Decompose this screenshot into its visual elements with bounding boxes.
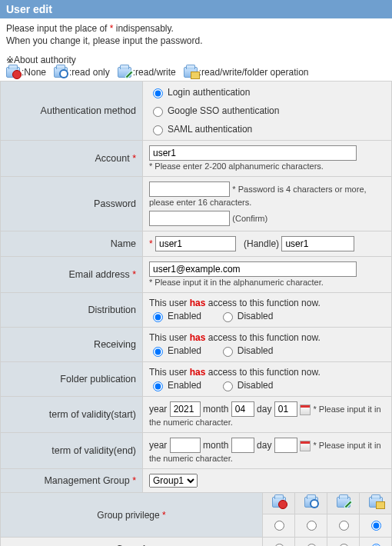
label-validity-start: term of validity(start) — [1, 397, 143, 433]
dist-disabled-label: Disabled — [238, 311, 274, 321]
year-label: year — [149, 404, 167, 414]
account-hint: * Please enter 2-200 alphanumeric charac… — [149, 161, 324, 171]
perm-rwf-label: :read/write/folder operation — [199, 67, 309, 78]
authority-legend: ※About authority :None :read only :read/… — [0, 52, 392, 81]
day-label: day — [257, 440, 271, 451]
label-password: Password — [1, 177, 143, 231]
auth-saml-label: SAML authentication — [168, 124, 252, 135]
day-label: day — [257, 404, 271, 414]
perm-rw-label: :read/write — [133, 67, 176, 78]
perm-readonly-icon — [54, 67, 68, 78]
priv-radio-rw[interactable] — [339, 521, 349, 531]
dist-enabled-label: Enabled — [168, 311, 201, 321]
mgmt-group-select[interactable]: Group1 — [149, 474, 198, 488]
recv-enabled-radio[interactable] — [153, 347, 163, 357]
password-input[interactable] — [149, 181, 230, 197]
title-bar: User edit — [0, 0, 392, 18]
authority-header: ※About authority — [6, 55, 386, 65]
start-day-input[interactable] — [274, 401, 297, 417]
group-name-cell: Group1 — [1, 538, 263, 546]
fpub-enabled-label: Enabled — [168, 380, 201, 391]
password-confirm-label: (Confirm) — [232, 214, 267, 223]
year-label: year — [149, 440, 167, 451]
calendar-icon[interactable] — [300, 405, 311, 415]
intro-text: Please input the place of * indispensabl… — [0, 18, 392, 52]
label-receiving: Receiving — [1, 328, 143, 362]
required-star: * — [132, 269, 136, 280]
perm-none-icon — [6, 67, 20, 78]
table-row: Group1 — [1, 538, 392, 546]
label-account: Account — [95, 153, 129, 164]
perm-none-icon — [272, 497, 286, 508]
auth-google-option[interactable]: Google SSO authentication — [149, 105, 279, 117]
recv-access-post: access to this function now. — [205, 332, 320, 343]
dist-access-has: has — [190, 298, 206, 308]
fpub-access-has: has — [190, 367, 206, 378]
dist-enabled-option[interactable]: Enabled — [149, 310, 201, 322]
fpub-disabled-label: Disabled — [238, 380, 274, 391]
end-month-input[interactable] — [231, 438, 254, 453]
auth-login-label: Login authentication — [168, 87, 250, 98]
name-input[interactable] — [155, 236, 236, 251]
group-priv-header: Group privilege * — [1, 493, 263, 538]
account-input[interactable] — [149, 145, 357, 161]
fpub-access-post: access to this function now. — [205, 367, 320, 378]
label-name: Name — [1, 231, 143, 257]
group-privilege-table: Group privilege * Group1 — [0, 492, 392, 546]
dist-enabled-radio[interactable] — [153, 312, 163, 322]
start-month-input[interactable] — [231, 401, 254, 417]
month-label: month — [203, 404, 228, 414]
dist-disabled-option[interactable]: Disabled — [219, 310, 274, 322]
priv-col-rwf — [360, 493, 392, 514]
auth-saml-radio[interactable] — [153, 125, 163, 135]
recv-disabled-option[interactable]: Disabled — [219, 345, 274, 357]
required-star: * — [149, 238, 153, 249]
fpub-disabled-option[interactable]: Disabled — [219, 379, 274, 391]
label-auth-method: Authentication method — [1, 82, 143, 141]
auth-login-option[interactable]: Login authentication — [149, 86, 250, 98]
perm-rwfolder-icon — [184, 67, 198, 78]
recv-enabled-label: Enabled — [168, 345, 201, 356]
fpub-disabled-radio[interactable] — [223, 381, 233, 391]
auth-google-radio[interactable] — [153, 107, 163, 117]
intro-post: indispensably. — [113, 23, 174, 34]
dist-access-post: access to this function now. — [205, 298, 320, 308]
email-input[interactable] — [149, 261, 357, 277]
end-day-input[interactable] — [274, 438, 297, 453]
password-confirm-input[interactable] — [149, 211, 230, 226]
perm-ro-label: :read only — [69, 67, 110, 78]
calendar-icon[interactable] — [300, 441, 311, 451]
required-star: * — [132, 153, 136, 164]
page-title: User edit — [6, 3, 52, 15]
priv-col-none — [263, 493, 295, 514]
perm-none-label: :None — [22, 67, 46, 78]
label-mgmt-group: Management Group — [44, 475, 129, 486]
handle-input[interactable] — [281, 236, 354, 251]
recv-disabled-label: Disabled — [238, 345, 274, 356]
start-year-input[interactable] — [170, 401, 201, 417]
group-priv-label: Group privilege — [97, 510, 159, 521]
perm-readwrite-icon — [118, 67, 131, 78]
fpub-access-pre: This user — [149, 367, 190, 378]
required-star: * — [132, 475, 136, 486]
label-validity-end: term of validity(end) — [1, 433, 143, 469]
priv-col-ro — [295, 493, 327, 514]
priv-radio-ro[interactable] — [307, 521, 317, 531]
dist-disabled-radio[interactable] — [223, 312, 233, 322]
handle-label: (Handle) — [244, 238, 279, 249]
intro-line2: When you change it, please input the pas… — [6, 35, 203, 46]
recv-enabled-option[interactable]: Enabled — [149, 345, 201, 357]
recv-access-pre: This user — [149, 332, 190, 343]
dist-access-pre: This user — [149, 298, 190, 308]
label-email: Email address — [68, 269, 129, 280]
recv-access-has: has — [190, 332, 206, 343]
priv-radio-rwf[interactable] — [371, 521, 381, 531]
end-year-input[interactable] — [170, 438, 201, 453]
auth-login-radio[interactable] — [153, 88, 163, 98]
priv-radio-none[interactable] — [274, 521, 284, 531]
fpub-enabled-radio[interactable] — [153, 381, 163, 391]
auth-saml-option[interactable]: SAML authentication — [149, 123, 252, 135]
recv-disabled-radio[interactable] — [223, 347, 233, 357]
month-label: month — [203, 440, 228, 451]
fpub-enabled-option[interactable]: Enabled — [149, 379, 201, 391]
